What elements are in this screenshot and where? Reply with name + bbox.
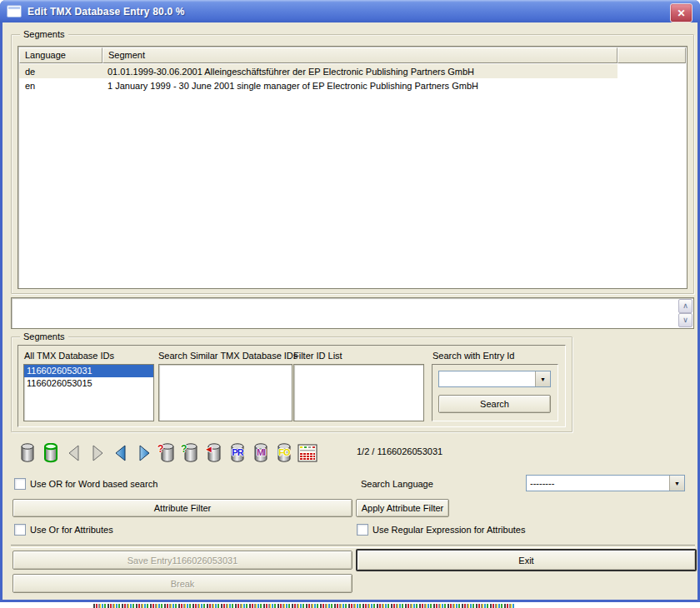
db-grey-icon[interactable] bbox=[18, 441, 38, 464]
all-ids-listbox[interactable]: 1166026053031 1166026053015 bbox=[23, 364, 154, 421]
scroll-down-icon: ∨ bbox=[682, 316, 688, 324]
db-search-red-icon[interactable]: ? bbox=[158, 441, 178, 464]
segments-group-ids: Segments All TMX Database IDs Search Sim… bbox=[11, 336, 572, 432]
ids-inner-panel: All TMX Database IDs Search Similar TMX … bbox=[18, 345, 566, 427]
scroll-up-icon: ∧ bbox=[682, 302, 688, 310]
chevron-down-icon: ▼ bbox=[540, 376, 546, 382]
segments-group-top-label: Segments bbox=[20, 28, 68, 40]
row-segment: 1 January 1999 - 30 June 2001 single man… bbox=[102, 81, 618, 91]
column-header-filler bbox=[618, 47, 686, 63]
filter-id-listbox[interactable] bbox=[293, 364, 424, 421]
db-mi-icon[interactable]: MI bbox=[251, 441, 271, 464]
attr-or-checkbox[interactable] bbox=[14, 524, 26, 536]
divider bbox=[11, 545, 695, 548]
entry-search-label: Search with Entry Id bbox=[432, 351, 514, 361]
edit-scrollbar: ∧ ∨ bbox=[678, 299, 692, 327]
db-back-icon[interactable]: ◄ bbox=[204, 441, 224, 464]
similar-ids-label: Search Similar TMX Database IDs bbox=[158, 351, 298, 361]
segments-listview[interactable]: Language Segment de 01.01.1999-30.06.200… bbox=[18, 46, 688, 289]
filter-id-list-label: Filter ID List bbox=[293, 351, 342, 361]
back-arrow-overlay: ◄ bbox=[204, 444, 224, 454]
exit-button-label: Exit bbox=[518, 556, 533, 566]
all-ids-label: All TMX Database IDs bbox=[24, 351, 114, 361]
word-or-checkbox[interactable] bbox=[14, 478, 26, 490]
chevron-down-icon[interactable]: ▼ bbox=[669, 476, 684, 491]
dropdown-glyph: ▼ bbox=[674, 481, 680, 486]
scroll-up-button[interactable]: ∧ bbox=[678, 299, 692, 313]
break-button-label: Break bbox=[171, 579, 195, 589]
search-button-label: Search bbox=[480, 399, 509, 409]
keyboard-icon[interactable] bbox=[298, 441, 318, 464]
attr-or-checkbox-label: Use Or for Attributes bbox=[30, 525, 113, 535]
next-blue-icon[interactable] bbox=[134, 441, 154, 464]
apply-attribute-filter-button[interactable]: Apply Attribute Filter bbox=[356, 499, 449, 517]
exit-button[interactable]: Exit bbox=[356, 549, 697, 571]
save-entry-button[interactable]: Save Entry1166026053031 bbox=[12, 551, 352, 570]
db-pr-icon[interactable]: PR bbox=[228, 441, 248, 464]
attr-regex-checkbox[interactable] bbox=[357, 524, 368, 536]
window-icon bbox=[7, 5, 22, 17]
scroll-down-button[interactable]: ∨ bbox=[678, 313, 692, 327]
table-row[interactable]: en 1 January 1999 - 30 June 2001 single … bbox=[19, 78, 618, 92]
attribute-filter-button[interactable]: Attribute Filter bbox=[12, 499, 352, 517]
mi-overlay: MI bbox=[251, 447, 271, 457]
entry-id-combo-value bbox=[439, 371, 535, 386]
list-item[interactable]: 1166026053015 bbox=[24, 377, 153, 390]
prev-blue-icon[interactable] bbox=[111, 441, 131, 464]
next-grey-icon[interactable] bbox=[88, 441, 108, 464]
row-language: en bbox=[19, 81, 102, 91]
list-item[interactable]: 1166026053031 bbox=[24, 365, 153, 377]
entry-search-panel: ▼ Search bbox=[432, 364, 558, 421]
dialog-window: Edit TMX Database Entry 80.0 % ✕ Segment… bbox=[0, 0, 700, 602]
row-segment: 01.01.1999-30.06.2001 Alleingeschäftsfüh… bbox=[102, 67, 618, 77]
fo-overlay: FO bbox=[274, 447, 294, 457]
window-title: Edit TMX Database Entry 80.0 % bbox=[28, 6, 185, 17]
desktop-sliver bbox=[93, 604, 514, 608]
attr-regex-checkbox-label: Use Regular Expression for Attributes bbox=[372, 525, 525, 535]
red-question-overlay: ? bbox=[158, 444, 178, 454]
title-bar[interactable]: Edit TMX Database Entry 80.0 % ✕ bbox=[0, 0, 700, 22]
db-fo-icon[interactable]: FO bbox=[274, 441, 294, 464]
entry-id-combobox[interactable]: ▼ bbox=[438, 371, 551, 387]
record-toolbar: ? ? ◄ PR MI FO bbox=[18, 441, 318, 464]
attribute-filter-button-label: Attribute Filter bbox=[154, 503, 211, 513]
search-language-value: -------- bbox=[527, 476, 669, 491]
segments-group-top: Segments Language Segment de 01.01.1999-… bbox=[11, 34, 694, 294]
similar-ids-listbox[interactable] bbox=[158, 364, 292, 421]
close-button[interactable]: ✕ bbox=[670, 3, 692, 22]
db-search-green-icon[interactable]: ? bbox=[181, 441, 201, 464]
search-language-label: Search Language bbox=[361, 479, 433, 489]
green-question-overlay: ? bbox=[181, 444, 201, 454]
apply-attribute-filter-label: Apply Attribute Filter bbox=[362, 503, 443, 513]
save-entry-button-label: Save Entry1166026053031 bbox=[128, 556, 238, 566]
segments-group-ids-label: Segments bbox=[20, 331, 68, 342]
segment-edit-box[interactable]: ∧ ∨ bbox=[11, 297, 694, 329]
prev-grey-icon[interactable] bbox=[64, 441, 84, 464]
pr-overlay: PR bbox=[228, 447, 248, 457]
row-language: de bbox=[19, 67, 102, 77]
listview-header: Language Segment bbox=[19, 47, 686, 63]
search-button[interactable]: Search bbox=[438, 395, 551, 413]
record-counter: 1/2 / 1166026053031 bbox=[357, 446, 442, 456]
break-button[interactable]: Break bbox=[12, 574, 352, 593]
db-green-icon[interactable] bbox=[41, 441, 61, 464]
table-row[interactable]: de 01.01.1999-30.06.2001 Alleingeschäfts… bbox=[19, 64, 618, 78]
word-or-checkbox-label: Use OR for Word based search bbox=[30, 479, 158, 489]
close-icon: ✕ bbox=[677, 7, 685, 19]
column-header-segment[interactable]: Segment bbox=[102, 47, 618, 63]
column-header-language[interactable]: Language bbox=[19, 47, 102, 63]
entry-id-combo-button[interactable]: ▼ bbox=[535, 371, 550, 386]
search-language-combobox[interactable]: -------- ▼ bbox=[526, 475, 685, 491]
